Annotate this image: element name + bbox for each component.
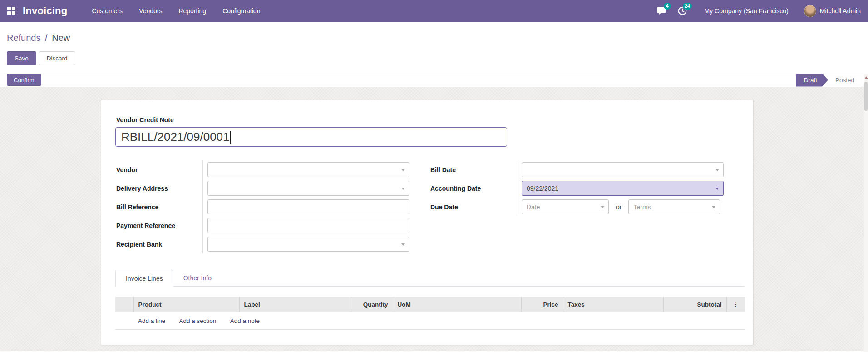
status-draft[interactable]: Draft <box>796 74 828 87</box>
save-button[interactable]: Save <box>7 51 36 65</box>
scrollbar-thumb[interactable] <box>864 82 868 111</box>
vendor-row: Vendor <box>115 160 409 179</box>
invoice-lines-table: Product Label Quantity UoM Price Taxes S… <box>115 297 745 330</box>
recipient-bank-label: Recipient Bank <box>115 241 202 248</box>
activities-badge: 24 <box>683 3 692 10</box>
activities-button[interactable]: 24 <box>677 6 687 16</box>
text-cursor <box>230 131 231 144</box>
payment-reference-field[interactable] <box>207 218 409 233</box>
vendor-credit-note-label: Vendor Credit Note <box>116 116 744 124</box>
due-date-label: Due Date <box>429 203 517 211</box>
discard-button[interactable]: Discard <box>39 51 75 65</box>
form-sheet: Vendor Credit Note RBILL/2021/09/0001 Ve… <box>101 100 754 345</box>
add-a-note-link[interactable]: Add a note <box>230 317 260 324</box>
nav-menu-vendors[interactable]: Vendors <box>131 0 170 22</box>
vendor-field[interactable] <box>207 162 409 177</box>
apps-menu-icon[interactable] <box>7 7 15 15</box>
column-handle <box>115 297 133 312</box>
column-subtotal[interactable]: Subtotal <box>663 297 726 312</box>
due-date-placeholder: Date <box>527 203 540 211</box>
nav-menu-customers[interactable]: Customers <box>84 0 131 22</box>
column-label[interactable]: Label <box>239 297 352 312</box>
add-a-line-link[interactable]: Add a line <box>138 317 165 324</box>
accounting-date-row: Accounting Date 09/22/2021 <box>429 179 723 198</box>
recipient-bank-field[interactable] <box>207 237 409 252</box>
notebook-tabs: Invoice Lines Other Info <box>115 270 744 287</box>
delivery-address-field[interactable] <box>207 181 409 196</box>
recipient-bank-row: Recipient Bank <box>115 235 409 253</box>
scrollbar-up-icon[interactable] <box>864 76 868 79</box>
vendor-credit-note-value: RBILL/2021/09/0001 <box>121 130 230 144</box>
column-quantity[interactable]: Quantity <box>352 297 393 312</box>
due-date-field[interactable]: Date <box>522 199 609 214</box>
breadcrumb-separator: / <box>45 33 48 43</box>
chevron-down-icon <box>712 206 715 208</box>
bill-reference-row: Bill Reference <box>115 198 409 216</box>
chevron-down-icon <box>601 206 604 208</box>
column-taxes[interactable]: Taxes <box>563 297 663 312</box>
chevron-down-icon <box>401 169 405 171</box>
payment-reference-label: Payment Reference <box>115 222 202 229</box>
status-steps: Draft Posted <box>796 74 854 87</box>
control-panel: Refunds / New Save Discard <box>0 22 868 73</box>
nav-menu-configuration[interactable]: Configuration <box>214 0 268 22</box>
scrollbar[interactable] <box>864 74 868 352</box>
payment-terms-field[interactable]: Terms <box>628 199 720 214</box>
bill-reference-label: Bill Reference <box>115 203 202 211</box>
top-nav: Invoicing Customers Vendors Reporting Co… <box>0 0 868 22</box>
chevron-down-icon <box>401 188 405 190</box>
status-posted[interactable]: Posted <box>835 77 854 84</box>
company-switcher[interactable]: My Company (San Francisco) <box>705 7 789 15</box>
delivery-address-row: Delivery Address <box>115 179 409 198</box>
bill-reference-field[interactable] <box>207 199 409 214</box>
user-menu[interactable]: Mitchell Admin <box>820 7 861 15</box>
tab-invoice-lines[interactable]: Invoice Lines <box>115 270 173 287</box>
or-text: or <box>616 203 621 211</box>
add-links-row: Add a line Add a section Add a note <box>115 312 745 329</box>
bill-date-label: Bill Date <box>429 166 517 174</box>
chevron-down-icon <box>715 169 719 171</box>
delivery-address-label: Delivery Address <box>115 185 202 192</box>
chevron-down-icon <box>401 243 405 246</box>
accounting-date-label: Accounting Date <box>429 185 517 192</box>
messages-button[interactable]: 4 <box>656 6 666 16</box>
content-area: Vendor Credit Note RBILL/2021/09/0001 Ve… <box>0 87 868 351</box>
terms-placeholder: Terms <box>633 203 651 211</box>
breadcrumb: Refunds / New <box>7 33 868 43</box>
table-header-row: Product Label Quantity UoM Price Taxes S… <box>115 297 745 312</box>
column-uom[interactable]: UoM <box>393 297 521 312</box>
user-avatar[interactable] <box>804 5 816 17</box>
column-product[interactable]: Product <box>133 297 239 312</box>
payment-reference-row: Payment Reference <box>115 216 409 235</box>
add-a-section-link[interactable]: Add a section <box>179 317 217 324</box>
bill-date-field[interactable] <box>522 162 724 177</box>
messages-badge: 4 <box>664 3 671 10</box>
chevron-down-icon <box>715 188 719 190</box>
accounting-date-field[interactable]: 09/22/2021 <box>522 181 724 196</box>
bill-date-row: Bill Date <box>429 160 723 179</box>
accounting-date-value: 09/22/2021 <box>527 185 558 192</box>
app-name[interactable]: Invoicing <box>23 5 67 17</box>
breadcrumb-current: New <box>52 33 70 43</box>
vendor-credit-note-input[interactable]: RBILL/2021/09/0001 <box>115 127 507 147</box>
breadcrumb-refunds-link[interactable]: Refunds <box>7 33 41 43</box>
nav-menu-reporting[interactable]: Reporting <box>170 0 214 22</box>
due-date-row: Due Date Date or Terms <box>429 198 723 216</box>
column-price[interactable]: Price <box>521 297 563 312</box>
tab-other-info[interactable]: Other Info <box>173 270 222 286</box>
statusbar: Confirm Draft Posted <box>0 73 868 87</box>
vendor-label: Vendor <box>115 166 202 174</box>
column-options-icon[interactable]: ⋮ <box>726 297 745 312</box>
confirm-button[interactable]: Confirm <box>7 74 41 86</box>
